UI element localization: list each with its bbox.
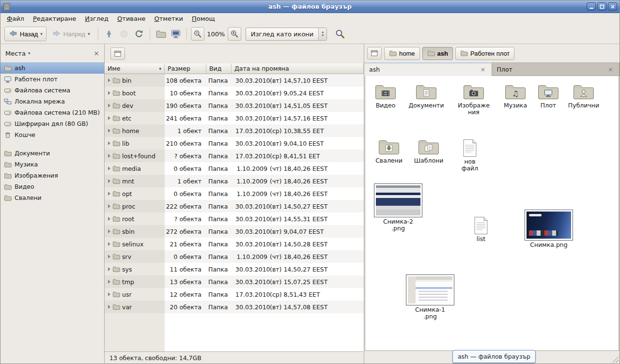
column-header-2[interactable]: Вид xyxy=(206,63,232,74)
icon-item-music[interactable]: ♫Музика xyxy=(499,83,531,109)
icon-canvas[interactable]: ВидеоДокументиИзображения♫МузикаПлотПубл… xyxy=(365,76,619,351)
table-row-usr[interactable]: usr12 обектаПапка17.03.2010(ср) 8,51,43 … xyxy=(105,288,364,301)
icon-item-video[interactable]: Видео xyxy=(369,83,402,109)
table-row-mnt[interactable]: mnt1 обектПапка1.10.2009(чт) 18,40,26 EE… xyxy=(105,175,364,187)
maximize-button[interactable] xyxy=(597,2,606,11)
icon-item-documents[interactable]: Документи xyxy=(406,83,447,109)
expander-icon[interactable] xyxy=(108,242,110,246)
expander-icon[interactable] xyxy=(108,305,110,309)
expander-icon[interactable] xyxy=(108,280,110,284)
table-row-srv[interactable]: srv0 обектаПапка1.10.2009(чт) 18,40,26 E… xyxy=(105,250,364,263)
menu-item-0[interactable]: Файл xyxy=(2,14,29,23)
expander-icon[interactable] xyxy=(108,204,110,208)
table-row-lost+found[interactable]: lost+found? обектаПапка17.03.2010(ср) 8,… xyxy=(105,150,364,162)
icon-item-public[interactable]: Публични xyxy=(566,83,602,109)
sidebar-close-icon[interactable]: × xyxy=(93,50,99,57)
pane-toggle-button[interactable] xyxy=(110,47,125,60)
tab-close-icon[interactable]: × xyxy=(607,66,614,73)
sidebar-item-8[interactable]: Музика xyxy=(0,159,104,170)
taskbar-window-button[interactable]: ash — файлов браузър xyxy=(452,350,536,363)
expander-icon[interactable] xyxy=(108,91,110,95)
close-button[interactable] xyxy=(608,2,617,11)
menu-item-5[interactable]: Помощ xyxy=(187,14,219,23)
expander-icon[interactable] xyxy=(108,229,110,233)
expander-icon[interactable] xyxy=(108,179,110,183)
table-row-media[interactable]: media0 обектаПапка1.10.2009(чт) 18,40,26… xyxy=(105,162,364,175)
icon-item-desktop[interactable]: Плот xyxy=(535,83,562,109)
column-header-0[interactable]: Име▾ xyxy=(105,63,165,74)
minimize-button[interactable] xyxy=(587,2,596,11)
sidebar-item-5[interactable]: Шифриран дял (80 GB) xyxy=(0,118,104,129)
view-mode-select[interactable]: Изглед като икони ▴▾ xyxy=(246,28,327,41)
icon-item-snimka[interactable]: Снимка.png xyxy=(524,210,574,248)
table-row-proc[interactable]: proc222 обектаПапка30.03.2010(вт) 14,50,… xyxy=(105,200,364,212)
icon-item-snimka1[interactable]: Снимка-1.png xyxy=(405,274,455,320)
icon-item-snimka2[interactable]: Снимка-2.png xyxy=(373,183,423,232)
up-button[interactable] xyxy=(102,27,116,41)
expander-icon[interactable] xyxy=(108,217,110,221)
sidebar-item-6[interactable]: Кошче xyxy=(0,129,104,140)
home-button[interactable] xyxy=(154,27,168,41)
forward-button[interactable]: Напред ▾ xyxy=(48,27,94,41)
zoom-in-button[interactable] xyxy=(228,27,241,41)
menu-item-2[interactable]: Изглед xyxy=(80,14,113,23)
sidebar-item-1[interactable]: Работен плот xyxy=(0,74,104,85)
sidebar-item-0[interactable]: ash xyxy=(0,62,104,74)
icon-item-newfile[interactable]: нов файл xyxy=(455,139,484,172)
menu-item-4[interactable]: Отметки xyxy=(150,14,188,23)
pathbar-toggle-button[interactable] xyxy=(367,47,382,60)
icon-item-list[interactable]: list xyxy=(467,216,495,243)
back-button[interactable]: Назад ▾ xyxy=(4,27,46,41)
expander-icon[interactable] xyxy=(108,267,110,271)
path-button-2[interactable]: Работен плот xyxy=(455,47,514,60)
tab-0[interactable]: ash× xyxy=(364,62,492,76)
column-header-1[interactable]: Размер xyxy=(165,63,206,74)
path-button-0[interactable]: home xyxy=(384,47,420,60)
menu-item-3[interactable]: Отиване xyxy=(113,14,150,23)
path-button-1[interactable]: ash xyxy=(422,47,453,60)
table-row-bin[interactable]: bin108 обектаПапка30.03.2010(вт) 14,57,1… xyxy=(105,74,364,87)
expander-icon[interactable] xyxy=(108,104,110,107)
table-row-root[interactable]: root? обектаПапка30.03.2010(вт) 14,55,31… xyxy=(105,212,364,225)
table-row-lib[interactable]: lib210 обектаПапка30.03.2010(вт) 9,04,10… xyxy=(105,137,364,150)
titlebar[interactable]: ash — файлов браузър xyxy=(0,0,620,13)
sidebar-item-10[interactable]: Видео xyxy=(0,181,104,192)
table-row-opt[interactable]: opt0 обектаПапка1.10.2009(чт) 18,40,26 E… xyxy=(105,187,364,200)
table-row-home[interactable]: home1 обектПапка17.03.2010(ср) 10,38,55 … xyxy=(105,124,364,137)
sidebar-item-4[interactable]: Файлова система (210 MB) xyxy=(0,107,104,118)
table-row-dev[interactable]: dev190 обектаПапка30.03.2010(вт) 14,51,0… xyxy=(105,99,364,112)
stop-button[interactable] xyxy=(117,27,131,41)
expander-icon[interactable] xyxy=(108,154,110,158)
expander-icon[interactable] xyxy=(108,292,110,296)
reload-button[interactable] xyxy=(132,27,146,41)
expander-icon[interactable] xyxy=(108,255,110,258)
sidebar-item-7[interactable]: Документи xyxy=(0,148,104,159)
zoom-out-button[interactable] xyxy=(191,27,204,41)
table-row-etc[interactable]: etc241 обектаПапка30.03.2010(вт) 14,57,1… xyxy=(105,112,364,124)
column-header-3[interactable]: Дата на промяна xyxy=(232,63,364,74)
table-row-boot[interactable]: boot10 обектаПапка30.03.2010(вт) 9,05,24… xyxy=(105,87,364,99)
table-row-var[interactable]: var20 обектаПапка30.03.2010(вт) 14,57,08… xyxy=(105,301,364,313)
sidebar-header[interactable]: Места ▾ × xyxy=(0,44,104,62)
expander-icon[interactable] xyxy=(108,141,110,145)
icon-item-templates[interactable]: Шаблони xyxy=(412,138,446,164)
search-button[interactable] xyxy=(333,27,347,41)
sidebar-item-2[interactable]: Файлова система xyxy=(0,85,104,96)
tab-1[interactable]: Плот× xyxy=(492,62,620,76)
tab-close-icon[interactable]: × xyxy=(480,66,487,73)
icon-item-pictures[interactable]: Изображения xyxy=(454,83,493,116)
table-row-sbin[interactable]: sbin272 обектаПапка30.03.2010(вт) 9,04,0… xyxy=(105,225,364,238)
sidebar-item-3[interactable]: Локална мрежа xyxy=(0,96,104,107)
icon-item-downloads[interactable]: Свалени xyxy=(372,138,406,164)
expander-icon[interactable] xyxy=(108,78,110,82)
menu-item-1[interactable]: Редактиране xyxy=(29,14,80,23)
table-row-sys[interactable]: sys11 обектаПапка30.03.2010(вт) 14,50,27… xyxy=(105,263,364,275)
table-row-selinux[interactable]: selinux21 обектаПапка30.03.2010(вт) 14,5… xyxy=(105,238,364,250)
sidebar-item-9[interactable]: Изображения xyxy=(0,170,104,181)
expander-icon[interactable] xyxy=(108,167,110,170)
expander-icon[interactable] xyxy=(108,129,110,133)
table-row-tmp[interactable]: tmp13 обектаПапка30.03.2010(вт) 15,07,25… xyxy=(105,275,364,288)
expander-icon[interactable] xyxy=(108,116,110,120)
computer-button[interactable] xyxy=(169,27,183,41)
sidebar-item-11[interactable]: Свалени xyxy=(0,192,104,203)
